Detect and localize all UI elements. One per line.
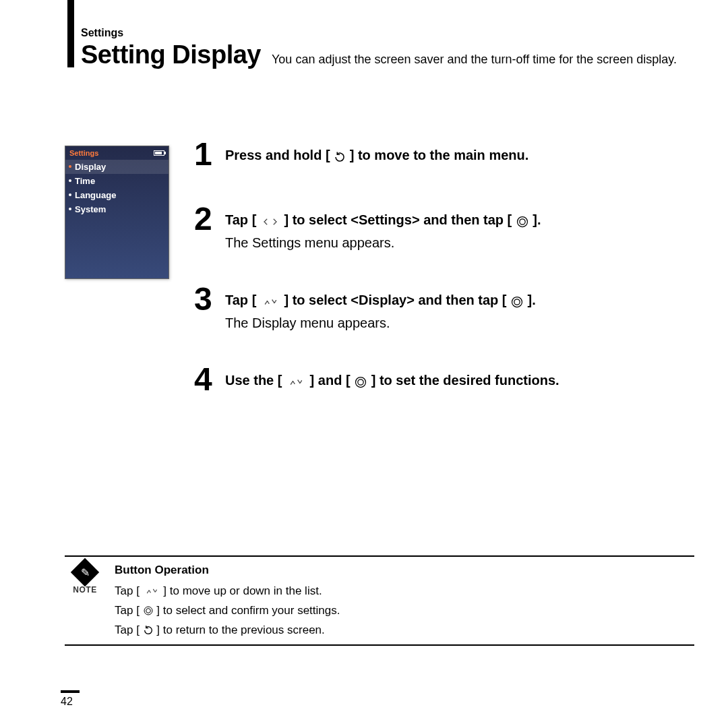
note-badge: NOTE [65, 561, 105, 595]
circle-button-icon [510, 293, 524, 309]
page-header: Settings Setting Display You can adjust … [81, 27, 708, 69]
circle-button-icon [143, 601, 154, 621]
page-number: 42 [61, 690, 80, 708]
note-block: NOTE Button Operation Tap [ ] to move up… [65, 555, 694, 646]
step-4: 4 Use the [ ] and [ ] to set the desired… [194, 363, 694, 396]
step-3: 3 Tap [ ] to select <Display> and then t… [194, 283, 694, 331]
svg-point-7 [146, 609, 150, 613]
note-icon [71, 558, 99, 586]
device-menu-item-language: Language [65, 188, 169, 202]
step-text: Tap [ [225, 293, 260, 307]
step-text: ] to move to the main menu. [346, 148, 528, 162]
page-title: Setting Display [81, 40, 261, 69]
device-menu-item-system: System [65, 202, 169, 216]
device-menu: Display Time Language System [65, 158, 169, 218]
back-icon [334, 148, 346, 164]
device-screenshot: Settings Display Time Language System [65, 146, 169, 279]
step-subtext: The Settings menu appears. [225, 235, 541, 251]
svg-point-4 [356, 377, 366, 388]
step-text: ] to select <Display> and then tap [ [280, 293, 510, 307]
step-text: Tap [ [225, 212, 260, 227]
step-text: ] to select <Settings> and then tap [ [280, 212, 516, 227]
step-number: 2 [194, 203, 218, 235]
svg-point-3 [514, 299, 520, 305]
step-number: 4 [194, 363, 218, 396]
note-line: Tap [ ] to move up or down in the list. [115, 582, 694, 601]
up-down-icon [260, 293, 280, 309]
note-text: ] to select and confirm your settings. [154, 604, 340, 617]
svg-point-6 [144, 607, 152, 615]
back-icon [143, 621, 154, 640]
note-text: Tap [ [115, 584, 143, 597]
step-text: Press and hold [ [225, 148, 334, 162]
svg-point-0 [517, 216, 527, 226]
note-text: Tap [ [115, 604, 143, 617]
step-number: 1 [194, 138, 218, 171]
step-text: ]. [529, 212, 541, 227]
step-text: ]. [524, 293, 536, 307]
up-down-icon [143, 582, 160, 601]
category-label: Settings [81, 27, 708, 39]
step-2: 2 Tap [ ] to select <Settings> and then … [194, 203, 694, 251]
circle-button-icon [354, 374, 367, 390]
note-text: ] to return to the previous screen. [154, 624, 325, 636]
left-right-icon [260, 213, 280, 229]
svg-point-2 [512, 297, 522, 307]
page-subtitle: You can adjust the screen saver and the … [272, 53, 708, 67]
battery-icon [154, 150, 164, 156]
device-menu-item-display: Display [65, 160, 169, 174]
header-vertical-bar [67, 0, 74, 67]
step-text: ] and [ [306, 373, 354, 388]
note-heading: Button Operation [115, 561, 694, 580]
circle-button-icon [516, 213, 529, 229]
svg-point-1 [520, 219, 525, 224]
step-text: ] to set the desired functions. [367, 373, 559, 388]
note-text: Tap [ [115, 624, 143, 636]
note-text: ] to move up or down in the list. [160, 584, 322, 597]
note-line: Tap [ ] to select and confirm your setti… [115, 601, 694, 621]
step-number: 3 [194, 283, 218, 315]
step-text: Use the [ [225, 373, 286, 388]
device-screen-title: Settings [69, 149, 98, 157]
svg-point-5 [358, 380, 363, 385]
device-menu-item-time: Time [65, 174, 169, 188]
up-down-icon [286, 374, 306, 390]
step-subtext: The Display menu appears. [225, 315, 536, 331]
step-1: 1 Press and hold [ ] to move to the main… [194, 138, 694, 171]
steps-list: 1 Press and hold [ ] to move to the main… [194, 138, 694, 428]
note-line: Tap [ ] to return to the previous screen… [115, 621, 694, 640]
